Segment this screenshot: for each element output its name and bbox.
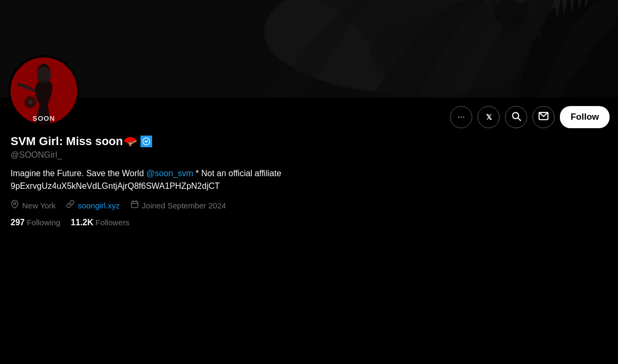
link-icon <box>66 200 74 210</box>
location-text: New York <box>22 201 55 210</box>
search-icon <box>511 111 521 124</box>
calendar-icon <box>130 200 139 210</box>
action-buttons: ··· 𝕏 Follow <box>450 106 610 128</box>
svg-point-16 <box>29 100 33 104</box>
svg-point-4 <box>395 14 398 17</box>
location-icon <box>11 200 19 210</box>
svg-rect-21 <box>132 202 138 208</box>
display-name-text: SVM Girl: Miss soon🪭 <box>11 135 137 148</box>
meta-info: New York soongirl.xyz <box>11 200 610 210</box>
following-count: 297 <box>11 218 25 227</box>
bio-mention[interactable]: @soon_svm <box>146 169 193 178</box>
profile-section: SOON ··· 𝕏 <box>0 98 618 227</box>
following-stat[interactable]: 297 Following <box>11 218 60 227</box>
followers-count: 11.2K <box>71 218 93 227</box>
followers-label: Followers <box>96 218 129 227</box>
grok-icon: 𝕏 <box>486 113 492 121</box>
message-button[interactable] <box>532 106 555 128</box>
username: @SOONGirl_ <box>11 150 610 160</box>
svg-point-12 <box>37 67 51 83</box>
website-text[interactable]: soongirl.xyz <box>78 201 119 210</box>
bio: Imagine the Future. Save the World @soon… <box>11 167 380 193</box>
bio-text: Imagine the Future. Save the World <box>11 169 146 178</box>
svg-point-8 <box>442 6 445 9</box>
svg-point-20 <box>14 203 16 205</box>
grok-button[interactable]: 𝕏 <box>477 106 500 128</box>
display-name: SVM Girl: Miss soon🪭 <box>11 135 610 148</box>
location-item: New York <box>11 200 55 210</box>
joined-item: Joined September 2024 <box>130 200 226 210</box>
followers-stat[interactable]: 11.2K Followers <box>71 218 129 227</box>
bio-code: 9pExrvgUz4uX5kNeVdLGntjAjrQ8f6SWA1PHZpN2… <box>11 181 220 190</box>
bio-suffix: * Not an official affiliate <box>193 169 282 178</box>
avatar: SOON <box>8 55 79 126</box>
stats: 297 Following 11.2K Followers <box>11 218 610 227</box>
more-button[interactable]: ··· <box>450 106 472 128</box>
svg-point-5 <box>400 23 402 25</box>
svg-point-6 <box>420 11 425 15</box>
search-button[interactable] <box>505 106 527 128</box>
more-icon: ··· <box>458 112 465 122</box>
svg-text:SOON: SOON <box>33 114 55 122</box>
svg-point-13 <box>17 83 22 87</box>
joined-text: Joined September 2024 <box>142 201 226 210</box>
svg-point-7 <box>432 28 434 30</box>
profile-banner <box>0 0 618 98</box>
verified-badge <box>141 136 152 147</box>
following-label: Following <box>27 218 60 227</box>
website-item[interactable]: soongirl.xyz <box>66 200 119 210</box>
follow-button[interactable]: Follow <box>560 106 610 128</box>
message-icon <box>538 111 549 123</box>
svg-line-18 <box>518 118 521 120</box>
